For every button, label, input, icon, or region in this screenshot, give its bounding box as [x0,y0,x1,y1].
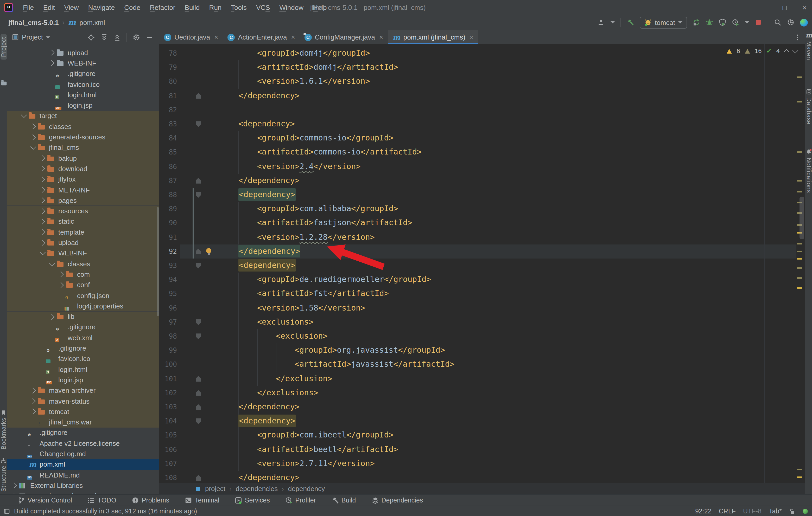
chevron-down-icon[interactable] [611,21,615,23]
intention-bulb-icon[interactable] [206,248,211,253]
tool-button-maven[interactable]: m Maven [805,32,812,60]
fold-end-icon[interactable] [196,404,201,410]
tree-item-conf[interactable]: conf [7,280,159,290]
breadcrumb-file[interactable]: pom.xml [79,19,105,26]
tree-item-web-inf[interactable]: WEB-INF [7,58,159,69]
error-stripe-mark[interactable] [797,287,802,289]
hammer-icon[interactable] [627,19,634,26]
chevron-right-icon[interactable] [30,398,36,404]
chevron-right-icon[interactable] [49,50,55,56]
chevron-right-icon[interactable] [39,240,45,246]
tree-item-template[interactable]: template [7,227,159,238]
tab-ueditor-java[interactable]: CUeditor.java× [159,30,223,44]
fold-end-icon[interactable] [196,93,201,98]
chevron-down-icon[interactable] [40,249,46,255]
tree-item-scratches-and-consoles[interactable]: Scratches and Consoles [7,491,159,494]
chevron-right-icon[interactable] [39,176,45,182]
tab-actionenter-java[interactable]: CActionEnter.java× [223,30,300,44]
project-panel-title[interactable]: Project [22,33,43,41]
tree-item-pages[interactable]: pages [7,195,159,206]
close-tab-icon[interactable]: × [214,33,218,41]
chevron-right-icon[interactable] [49,314,55,320]
chevron-right-icon[interactable] [58,282,64,288]
menu-code[interactable]: Code [119,3,145,11]
close-button[interactable]: × [802,3,807,11]
locate-icon[interactable] [87,34,95,41]
tree-item-login-jsp[interactable]: JSPlogin.jsp [7,100,159,111]
tree-item-resources[interactable]: resources [7,206,159,216]
tree-item--gitignore[interactable]: ⊘.gitignore [7,68,159,79]
breadcrumb-project[interactable]: jfinal_cms-5.0.1 [8,19,59,26]
fold-start-icon[interactable] [196,192,201,198]
tab-pom-xml-jfinal-cms-[interactable]: mpom.xml (jfinal_cms)× [388,30,478,44]
fold-end-icon[interactable] [196,249,201,254]
menu-edit[interactable]: Edit [38,3,60,11]
tree-item-meta-inf[interactable]: META-INF [7,185,159,195]
tree-item--gitignore[interactable]: ⊘.gitignore [7,428,159,438]
search-icon[interactable] [774,19,781,26]
rerun-icon[interactable] [693,19,700,26]
tree-item-target[interactable]: target [7,111,159,121]
tree-item-download[interactable]: download [7,163,159,174]
tree-item-readme-md[interactable]: MDREADME.md [7,470,159,480]
tree-item-jflyfox[interactable]: jflyfox [7,174,159,185]
close-tab-icon[interactable]: × [291,33,295,41]
window-layout-icon[interactable] [4,508,10,514]
chevron-down-icon[interactable] [49,260,55,266]
fold-start-icon[interactable] [196,320,201,325]
tree-item-generated-sources[interactable]: generated-sources [7,132,159,143]
maximize-button[interactable]: □ [783,4,787,11]
stop-icon[interactable] [755,19,762,26]
tool-button-database[interactable]: Database [805,88,812,125]
chevron-right-icon[interactable] [39,219,45,225]
tool-window-button-build[interactable]: Build [331,496,356,504]
tree-item-classes[interactable]: classes [7,259,159,269]
fold-start-icon[interactable] [196,419,201,424]
tool-window-button-profiler[interactable]: Profiler [286,496,316,504]
fold-end-icon[interactable] [196,390,201,396]
tree-scrollbar[interactable] [157,207,159,316]
tree-item-login-html[interactable]: Hlogin.html [7,364,159,375]
code-editor[interactable]: 78<groupId>dom4j</groupId>79<artifactId>… [159,44,805,483]
menu-view[interactable]: View [60,3,84,11]
tree-item-lib[interactable]: lib [7,311,159,322]
error-stripe-mark[interactable] [797,180,802,182]
tree-item-changelog-md[interactable]: MDChangeLog.md [7,449,159,459]
fold-end-icon[interactable] [196,376,201,382]
chevron-right-icon[interactable] [58,272,64,277]
collapse-all-icon[interactable] [114,34,121,41]
indent-style[interactable]: Tab* [769,508,782,515]
tree-item-apache-v2-license-license[interactable]: ≡Apache v2 License.license [7,438,159,449]
menu-build[interactable]: Build [180,3,205,11]
tree-item-config-json[interactable]: {}config.json [7,290,159,301]
chevron-down-icon[interactable] [678,21,683,23]
error-stripe-mark[interactable] [797,258,802,260]
line-separator[interactable]: CRLF [719,508,736,515]
error-stripe-mark[interactable] [797,267,802,269]
hide-icon[interactable] [146,34,153,41]
tool-window-button-terminal[interactable]: Terminal [185,496,220,504]
chevron-down-icon[interactable] [21,112,27,118]
error-stripe-mark[interactable] [797,77,802,78]
debug-icon[interactable] [706,19,713,26]
chevron-right-icon[interactable] [39,229,45,235]
error-stripe-mark[interactable] [797,243,802,244]
run-configuration-select[interactable]: tomcat [640,17,687,28]
fold-start-icon[interactable] [196,121,201,127]
tree-item-bakup[interactable]: bakup [7,153,159,163]
editor-scrollbar[interactable] [800,196,804,239]
status-message[interactable]: Build completed successfully in 3 sec, 9… [14,508,197,515]
tree-item-com[interactable]: com [7,269,159,280]
chevron-down-icon[interactable] [30,144,36,150]
chevron-down-icon[interactable] [745,21,749,23]
breadcrumb-element[interactable]: project [205,485,225,493]
tree-item-favicon-ico[interactable]: favicon.ico [7,79,159,90]
tree-item-upload[interactable]: upload [7,238,159,248]
chevron-right-icon[interactable] [30,408,36,415]
chevron-right-icon[interactable] [39,166,45,172]
next-problem-icon[interactable] [792,47,799,53]
inspections-widget[interactable]: 616✔4 [727,47,798,55]
tab-configmanager-java[interactable]: CConfigManager.java× [300,30,388,44]
fold-start-icon[interactable] [196,263,201,268]
chevron-right-icon[interactable] [30,134,36,140]
